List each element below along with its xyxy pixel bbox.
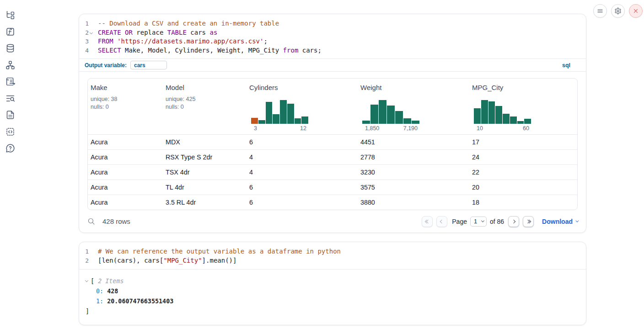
- table-row[interactable]: AcuraMDX6445117: [88, 134, 577, 149]
- page-label: Page: [452, 218, 467, 225]
- python-cell: 1# We can reference the output variable …: [79, 242, 586, 325]
- next-page-button[interactable]: [508, 216, 519, 227]
- shutdown-button[interactable]: [629, 4, 643, 18]
- table-row[interactable]: AcuraRSX Type S 2dr4277824: [88, 149, 577, 164]
- sql-code-editor[interactable]: 1-- Download a CSV and create an in-memo…: [79, 14, 586, 58]
- settings-button[interactable]: [611, 4, 625, 18]
- code-line[interactable]: 3FROM 'https://datasets.marimo.app/cars.…: [79, 37, 586, 46]
- page-total-label: of 86: [490, 218, 504, 225]
- table-footer: 428 rows Page 1 of 86: [87, 210, 578, 233]
- tree-entry: 1: 20.060747663551403: [86, 296, 586, 307]
- column-histogram: 1060: [472, 100, 578, 134]
- column-header[interactable]: MPG_City1060: [469, 79, 578, 134]
- sidebar-panel: [0, 0, 20, 333]
- table-row[interactable]: AcuraTL 4dr6357520: [88, 180, 577, 195]
- notebook-actions: [593, 4, 643, 18]
- documentation-icon[interactable]: [5, 110, 15, 120]
- chevron-down-icon: [575, 219, 579, 222]
- packages-icon[interactable]: [5, 77, 15, 86]
- tree-entry: 0: 428: [86, 286, 586, 296]
- previous-page-button[interactable]: [436, 216, 447, 227]
- variables-icon[interactable]: [5, 27, 15, 37]
- cell-output-tree: [ 2 Items0: 4281: 20.060747663551403]: [79, 270, 586, 325]
- column-header[interactable]: Makeunique: 38nulls: 0: [88, 79, 163, 134]
- fold-caret-icon: [90, 31, 93, 34]
- output-variable-label: Output variable:: [85, 62, 127, 69]
- table-row[interactable]: AcuraTSX 4dr4323022: [88, 164, 577, 180]
- sql-cell: 1-- Download a CSV and create an in-memo…: [79, 14, 586, 233]
- code-line[interactable]: 2CREATE OR replace TABLE cars as: [79, 28, 586, 37]
- column-header[interactable]: Modelunique: 425nulls: 0: [163, 79, 247, 134]
- column-header[interactable]: Cylinders312: [247, 79, 358, 134]
- close-icon: [632, 7, 639, 15]
- logs-icon[interactable]: [5, 94, 15, 103]
- page-select[interactable]: 1: [470, 217, 487, 227]
- output-variable-row: Output variable: cars sql: [79, 58, 586, 72]
- notebook: 1-- Download a CSV and create an in-memo…: [79, 14, 586, 325]
- download-button[interactable]: Download: [542, 218, 578, 225]
- tree-collapse-icon[interactable]: [85, 279, 88, 282]
- output-variable-input[interactable]: cars: [130, 61, 167, 69]
- column-histogram: 312: [249, 100, 358, 134]
- code-line[interactable]: 2[len(cars), cars["MPG_City"].mean()]: [79, 256, 586, 265]
- data-sources-icon[interactable]: [5, 43, 15, 53]
- row-count: 428 rows: [102, 217, 130, 225]
- file-explorer-icon[interactable]: [5, 10, 15, 20]
- dataframe-table: Makeunique: 38nulls: 0Modelunique: 425nu…: [87, 78, 578, 210]
- dependency-graph-icon[interactable]: [5, 60, 15, 70]
- search-icon[interactable]: [87, 217, 95, 225]
- snippets-icon[interactable]: [5, 127, 15, 137]
- column-header[interactable]: Weight1,8507,190: [358, 79, 469, 134]
- last-page-button[interactable]: [523, 216, 534, 227]
- table-row[interactable]: Acura3.5 RL 4dr6388018: [88, 195, 577, 210]
- gear-icon: [614, 7, 622, 15]
- column-histogram: 1,8507,190: [360, 100, 469, 134]
- code-line[interactable]: 1# We can reference the output variable …: [79, 247, 586, 256]
- menu-button[interactable]: [593, 4, 607, 18]
- hamburger-icon: [596, 7, 604, 15]
- code-line[interactable]: 1-- Download a CSV and create an in-memo…: [79, 19, 586, 28]
- first-page-button[interactable]: [422, 216, 433, 227]
- python-code-editor[interactable]: 1# We can reference the output variable …: [79, 242, 586, 269]
- help-icon[interactable]: [5, 143, 15, 153]
- code-line[interactable]: 4SELECT Make, Model, Cylinders, Weight, …: [79, 46, 586, 55]
- language-badge[interactable]: sql: [562, 62, 570, 69]
- pagination: Page 1 of 86: [422, 216, 534, 227]
- chevron-down-icon: [481, 219, 484, 222]
